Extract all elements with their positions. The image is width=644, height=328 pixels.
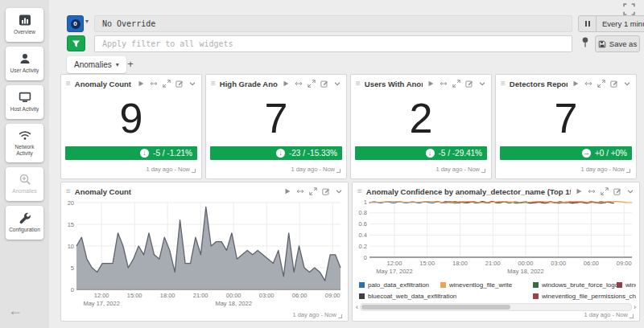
edit-icon[interactable] [175, 80, 184, 88]
collapse-icon[interactable] [623, 80, 631, 88]
time-override-field[interactable] [94, 15, 572, 32]
widget-detectors-reporting-stat: ≡ Detectors Reporting 7 → +0 / +0% 1 day… [495, 74, 637, 179]
svg-text:May 18, 2022: May 18, 2022 [215, 300, 251, 307]
delta-bar: → +0 / +0% [500, 146, 632, 160]
collapse-sidebar-icon[interactable]: ← [8, 302, 23, 319]
tab-anomalies[interactable]: Anomalies ▾ [67, 56, 126, 73]
move-icon[interactable] [150, 80, 158, 88]
move-icon[interactable] [295, 80, 303, 88]
resize-handle[interactable] [336, 169, 341, 173]
collapse-icon[interactable] [478, 80, 486, 88]
resize-handle[interactable] [481, 169, 485, 173]
save-as-button[interactable]: Save as [595, 35, 640, 52]
drag-handle-icon[interactable]: ≡ [356, 80, 361, 88]
scrollbar-thumb[interactable] [361, 305, 510, 310]
legend-item[interactable]: palo_data_exfiltration [359, 281, 440, 289]
svg-text:0.2: 0.2 [359, 243, 367, 250]
sidebar-item-configuration[interactable]: Configuration [6, 206, 43, 240]
legend-swatch-icon [533, 293, 539, 299]
scroll-left-icon[interactable]: ‹ [356, 303, 358, 311]
collapse-icon[interactable] [188, 80, 196, 88]
legend-item[interactable]: wineventlog [617, 281, 636, 289]
bar-chart-icon [19, 14, 31, 27]
play-icon[interactable] [137, 80, 145, 88]
stat-value: 7 [496, 97, 636, 139]
move-icon[interactable] [588, 187, 596, 195]
play-icon[interactable] [283, 187, 291, 195]
save-icon [598, 40, 606, 48]
svg-text:May 18, 2022: May 18, 2022 [507, 268, 543, 275]
refresh-interval-dropdown[interactable]: Every 1 minute ▾ [597, 16, 644, 31]
sidebar-item-overview[interactable]: Overview [6, 8, 43, 42]
move-icon[interactable] [440, 80, 448, 88]
user-icon [19, 52, 31, 65]
legend-label: palo_data_exfiltration [368, 281, 429, 289]
collapse-icon[interactable] [335, 187, 343, 195]
trend-icon: ↓ [426, 149, 435, 158]
edit-icon[interactable] [610, 80, 618, 88]
add-tab-button[interactable]: + [123, 57, 138, 72]
sidebar-item-host-activity[interactable]: Host Activity [6, 85, 43, 119]
drag-handle-icon[interactable]: ≡ [211, 80, 216, 88]
svg-text:06:00: 06:00 [292, 292, 308, 299]
play-icon[interactable] [282, 80, 290, 88]
apply-filter-button[interactable] [67, 35, 85, 51]
maximize-icon[interactable] [163, 80, 171, 88]
svg-text:12:00: 12:00 [94, 292, 109, 299]
collapse-icon[interactable] [626, 187, 634, 195]
scrollbar-track[interactable] [360, 303, 632, 311]
sidebar-item-anomalies[interactable]: Anomalies [6, 167, 43, 201]
drag-handle-icon[interactable]: ≡ [66, 80, 71, 88]
play-icon[interactable] [427, 80, 435, 88]
svg-text:09:00: 09:00 [617, 260, 632, 267]
pause-button[interactable] [579, 16, 597, 31]
legend-item[interactable]: wineventlog_file_write [440, 281, 533, 289]
svg-text:18:00: 18:00 [160, 292, 175, 299]
legend-item[interactable]: wineventlog_file_permissions_change [533, 293, 636, 300]
maximize-icon[interactable] [308, 80, 316, 88]
resize-handle[interactable] [630, 314, 634, 318]
resize-handle[interactable] [192, 169, 196, 173]
maximize-icon[interactable] [309, 187, 317, 195]
maximize-icon[interactable] [452, 80, 460, 88]
drag-handle-icon[interactable]: ≡ [66, 187, 71, 195]
time-override-button[interactable]: 0 [67, 15, 84, 32]
drag-handle-icon[interactable]: ≡ [357, 187, 362, 195]
resize-handle[interactable] [338, 314, 342, 318]
trend-icon: → [582, 149, 591, 158]
drag-handle-icon[interactable]: ≡ [501, 80, 506, 88]
legend-swatch-icon [440, 282, 446, 288]
edit-icon[interactable] [613, 187, 621, 195]
svg-text:May 17, 2022: May 17, 2022 [376, 268, 412, 275]
edit-icon[interactable] [465, 80, 473, 88]
global-filter-input[interactable] [94, 35, 572, 52]
move-icon[interactable] [584, 80, 592, 88]
edit-icon[interactable] [320, 80, 328, 88]
legend-label: wineventlog_file_write [449, 281, 512, 289]
legend-item[interactable]: windows_brute_force_logon [533, 281, 617, 289]
svg-text:20: 20 [68, 199, 74, 207]
edit-icon[interactable] [322, 187, 330, 195]
maximize-icon[interactable] [601, 187, 609, 195]
fullscreen-icon[interactable] [623, 3, 635, 15]
sidebar-item-user-activity[interactable]: User Activity [6, 47, 43, 80]
svg-text:10: 10 [68, 243, 74, 250]
anomaly-count-area-chart: 0510152012:0015:0018:0021:0000:0003:0006… [64, 198, 345, 310]
legend-swatch-icon [359, 293, 365, 299]
delta-bar: ↓ -5 / -1.21% [65, 146, 197, 160]
time-override-caret-icon[interactable]: ▾ [85, 18, 89, 25]
play-icon[interactable] [575, 187, 583, 195]
resize-handle[interactable] [626, 169, 630, 173]
legend-label: windows_brute_force_logon [542, 281, 617, 289]
save-as-label: Save as [609, 39, 637, 48]
pin-icon[interactable] [581, 36, 589, 48]
svg-text:09:00: 09:00 [325, 292, 341, 299]
collapse-icon[interactable] [333, 80, 341, 88]
sidebar-item-network-activity[interactable]: Network Activity [6, 124, 43, 162]
move-icon[interactable] [296, 187, 304, 195]
time-range-label: 1 day ago - Now [292, 311, 336, 318]
scroll-right-icon[interactable]: › [634, 303, 636, 311]
legend-item[interactable]: bluecoat_web_data_exfiltration [359, 293, 533, 300]
play-icon[interactable] [572, 80, 580, 88]
maximize-icon[interactable] [597, 80, 605, 88]
